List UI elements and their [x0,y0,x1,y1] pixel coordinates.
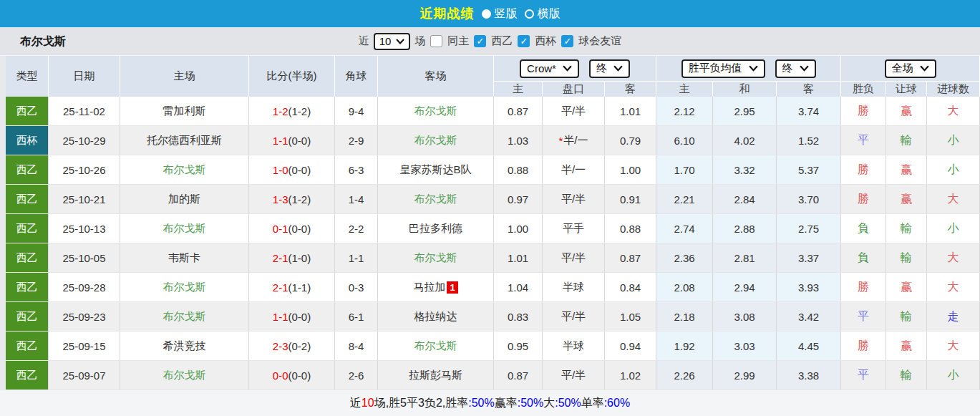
avg-odds-home: 1.92 [656,332,713,360]
average-type-select[interactable]: 胜平负均值 [681,59,765,78]
home-team: 韦斯卡 [120,243,249,272]
handicap-text: 平/半 [561,369,586,382]
odds-home: 0.83 [494,302,543,331]
horizontal-layout-radio[interactable]: 横版 [525,6,561,21]
near-label: 近 [359,34,369,48]
header-score: 比分(半场) [249,56,335,97]
friendly-checkbox[interactable]: ✓ [561,35,573,47]
away-team: 皇家苏斯达B队 [378,155,494,184]
subheader-goals-result: 进球数 [927,81,980,97]
away-team-name: 格拉纳达 [414,310,457,324]
away-team: 马拉加1 [378,273,494,301]
title-bar: 近期战绩 竖版 横版 [0,0,980,27]
home-team-name: 加的斯 [168,193,200,206]
match-date: 25-10-29 [49,126,120,155]
match-type-badge: 西乙 [6,243,49,272]
avg-odds-draw: 2.81 [713,243,777,272]
handicap-result: 赢 [886,97,927,125]
match-type-badge: 西乙 [6,302,49,331]
odds-home: 0.87 [494,361,543,390]
header-away: 客场 [378,56,494,97]
avg-odds-away: 1.52 [777,126,841,155]
same-home-checkbox[interactable] [430,35,442,47]
win-draw-loss-result: 平 [841,361,886,390]
match-type-badge: 西乙 [6,332,49,360]
goals-result: 大 [927,97,980,125]
summary-text-part: :50% [468,397,494,410]
recent-count-select[interactable]: 10 [374,33,411,50]
results-table: 类型 日期 主场 比分(半场) 角球 客场 Crow* 终 胜平负均值 终 [6,56,980,390]
goals-result: 小 [927,214,980,243]
handicap-line: *半/一 [543,126,605,155]
match-date: 25-09-23 [49,302,120,331]
odds-home: 1.04 [494,273,543,301]
cup-checkbox[interactable]: ✓ [518,35,530,47]
match-type-badge: 西乙 [6,361,49,390]
league-checkbox[interactable]: ✓ [474,35,486,47]
away-team: 布尔戈斯 [378,126,494,155]
score-cell: 0-0(0-0) [249,361,335,390]
chevron-down-icon [749,65,758,72]
goals-result: 大 [927,185,980,213]
handicap-result: 赢 [886,155,927,184]
radio-unselected-icon[interactable] [525,9,534,19]
avg-odds-draw: 3.08 [713,302,777,331]
away-team-name: 马拉加 [413,281,445,294]
home-team: 托尔德西利亚斯 [120,126,249,155]
handicap-line: 平/半 [543,361,605,390]
average-type-select-value: 胜平负均值 [689,62,742,75]
away-team-name: 布尔戈斯 [414,105,457,118]
period-select[interactable]: 全场 [885,59,936,78]
table-row: 西乙 25-10-26 布尔戈斯 1-0(0-0) 6-3 皇家苏斯达B队 0.… [6,155,980,185]
subheader-handicap-result: 让球 [886,81,927,97]
away-team: 格拉纳达 [378,302,494,331]
avg-odds-draw: 2.84 [713,185,777,213]
odds-away: 1.00 [605,155,656,184]
full-time-score: 2-3 [273,340,288,352]
summary-text-part: :50% [518,397,543,410]
score-cell: 1-1(0-0) [249,302,335,331]
avg-odds-away: 3.93 [777,273,841,301]
team-name-title: 布尔戈斯 [20,27,66,56]
same-home-label: 同主 [447,34,469,48]
avg-odds-home: 2.12 [656,97,713,125]
summary-text-part: 赢率 [495,396,518,411]
score-cell: 1-3(1-2) [249,185,335,213]
average-time-select[interactable]: 终 [775,59,816,78]
avg-odds-home: 2.08 [656,273,713,301]
summary-text-part: :50% [555,397,581,410]
handicap-result: 輸 [886,214,927,243]
team-rank-badge: 1 [447,281,457,294]
match-date: 25-09-15 [49,332,120,360]
full-time-score: 1-3 [273,193,288,205]
subheader-odds-away: 客 [605,81,656,97]
handicap-result: 輸 [886,126,927,155]
handicap-result: 輸 [886,361,927,390]
corner-count: 1-4 [335,185,378,213]
table-row: 西乙 25-10-21 加的斯 1-3(1-2) 1-4 布尔戈斯 0.97 平… [6,185,980,214]
odds-home: 0.88 [494,155,543,184]
away-team: 布尔戈斯 [378,243,494,272]
handicap-result: 輸 [886,243,927,272]
away-team-name: 布尔戈斯 [414,193,457,206]
half-time-score: (1-2) [288,105,311,117]
odds-time-select[interactable]: 终 [589,59,630,78]
home-team: 希洪竞技 [120,332,249,360]
score-cell: 2-1(1-0) [249,243,335,272]
table-row: 西乙 25-10-05 韦斯卡 2-1(1-0) 1-1 布尔戈斯 1.01 平… [6,243,980,273]
half-time-score: (0-0) [288,135,311,147]
home-team-name: 希洪竞技 [163,339,206,353]
summary-footer: 近10场,胜5平3负2, 胜率:50% 赢率:50% 大:50% 单率:60% [0,390,980,416]
half-time-score: (0-0) [288,223,311,235]
avg-odds-away: 4.45 [777,332,841,360]
half-time-score: (0-0) [288,311,311,323]
match-date: 25-09-07 [49,361,120,390]
handicap-line: 半/一 [543,155,605,184]
full-time-score: 2-1 [273,281,288,294]
goals-result: 大 [927,332,980,360]
bookmaker-select[interactable]: Crow* [520,59,579,78]
corner-count: 0-3 [335,273,378,301]
match-date: 25-09-28 [49,273,120,301]
radio-selected-icon[interactable] [482,9,491,19]
vertical-layout-radio[interactable]: 竖版 [482,6,518,21]
